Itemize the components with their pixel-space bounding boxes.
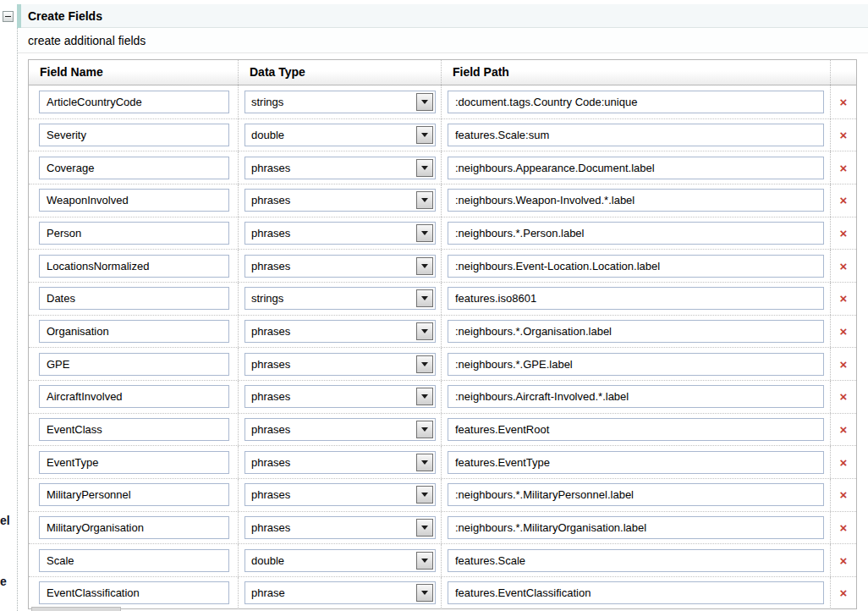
dropdown-button[interactable] [416,224,433,242]
delete-row-button[interactable]: × [840,325,848,338]
delete-row-button[interactable]: × [840,456,848,469]
table-row: phrases × [29,249,856,282]
data-type-select[interactable]: phrases [244,516,436,539]
field-path-input[interactable] [448,353,824,376]
delete-row-button[interactable]: × [840,586,848,599]
field-name-cell [29,446,238,478]
field-name-input[interactable] [39,124,229,146]
field-path-input[interactable] [448,549,824,572]
data-type-select[interactable]: strings [244,91,436,113]
delete-cell: × [830,512,856,544]
delete-row-button[interactable]: × [840,488,848,501]
delete-row-button[interactable]: × [840,423,848,436]
table-row: double × [29,543,856,576]
minus-icon [5,16,11,17]
field-path-input[interactable] [448,189,824,212]
data-type-select[interactable]: phrases [244,353,436,376]
add-field-button-clipped[interactable] [31,607,121,611]
dropdown-button[interactable] [416,519,433,537]
caret-down-icon [421,460,428,465]
delete-row-button[interactable]: × [840,292,848,305]
field-name-input[interactable] [39,189,229,212]
field-name-input[interactable] [39,287,229,310]
dropdown-button[interactable] [416,486,433,504]
dropdown-button[interactable] [416,421,433,438]
delete-row-button[interactable]: × [840,96,848,108]
field-path-input[interactable] [448,320,824,343]
field-name-input[interactable] [39,549,229,572]
field-name-input[interactable] [39,157,229,179]
field-name-input[interactable] [39,451,229,474]
dropdown-button[interactable] [416,126,433,144]
field-name-input[interactable] [39,385,229,408]
dropdown-button[interactable] [416,191,433,209]
delete-cell: × [830,348,856,380]
delete-row-button[interactable]: × [840,358,848,371]
table-row: phrases × [29,380,856,413]
field-name-input[interactable] [39,418,229,441]
field-path-input[interactable] [448,91,824,113]
field-path-cell [441,479,830,511]
caret-down-icon [421,264,428,268]
delete-row-button[interactable]: × [840,521,848,534]
panel-header: Create Fields [17,4,868,28]
field-name-input[interactable] [39,516,229,539]
field-path-input[interactable] [448,157,824,179]
field-path-input[interactable] [448,385,824,408]
field-path-input[interactable] [448,483,824,506]
data-type-select[interactable]: phrases [244,385,436,408]
field-name-input[interactable] [39,483,229,506]
field-path-input[interactable] [448,255,824,278]
dropdown-button[interactable] [416,454,433,471]
dropdown-button[interactable] [416,289,433,307]
collapse-toggle-button[interactable] [3,11,14,22]
data-type-select[interactable]: double [244,549,436,572]
data-type-select[interactable]: phrases [244,189,436,212]
delete-row-button[interactable]: × [840,162,848,174]
field-name-input[interactable] [39,255,229,278]
data-type-select[interactable]: phrases [244,255,436,278]
field-path-input[interactable] [448,451,824,474]
delete-row-button[interactable]: × [840,227,848,239]
data-type-select[interactable]: phrase [244,581,436,604]
field-path-input[interactable] [448,124,824,146]
dropdown-button[interactable] [416,257,433,275]
field-path-input[interactable] [448,287,824,310]
data-type-select[interactable]: phrases [244,222,436,245]
delete-cell: × [830,119,856,151]
dropdown-button[interactable] [416,322,433,340]
field-name-input[interactable] [39,91,229,113]
field-name-input[interactable] [39,320,229,343]
delete-row-button[interactable]: × [840,194,848,206]
dropdown-button[interactable] [416,388,433,405]
data-type-select[interactable]: double [244,124,436,146]
delete-row-button[interactable]: × [840,554,848,567]
delete-row-button[interactable]: × [840,260,848,272]
field-path-cell [441,85,830,118]
field-name-input[interactable] [39,581,229,604]
field-path-input[interactable] [448,516,824,539]
dropdown-button[interactable] [416,584,433,602]
data-type-select[interactable]: phrases [244,451,436,474]
data-type-select[interactable]: phrases [244,320,436,343]
table-row: strings × [29,85,856,118]
delete-row-button[interactable]: × [840,390,848,403]
data-type-select[interactable]: phrases [244,418,436,441]
field-path-input[interactable] [448,222,824,245]
fields-table: Field Name Data Type Field Path strings … [28,59,857,609]
delete-row-button[interactable]: × [840,129,848,141]
delete-cell: × [830,250,856,282]
data-type-cell: phrases [238,250,441,282]
field-path-input[interactable] [448,418,824,441]
dropdown-button[interactable] [416,159,433,177]
data-type-select[interactable]: phrases [244,483,436,506]
dropdown-button[interactable] [416,552,433,570]
dropdown-button[interactable] [416,93,433,111]
field-name-cell [29,348,238,380]
data-type-select[interactable]: strings [244,287,436,310]
field-path-input[interactable] [448,581,824,604]
field-name-input[interactable] [39,353,229,376]
dropdown-button[interactable] [416,355,433,373]
field-name-input[interactable] [39,222,229,245]
data-type-select[interactable]: phrases [244,157,436,179]
